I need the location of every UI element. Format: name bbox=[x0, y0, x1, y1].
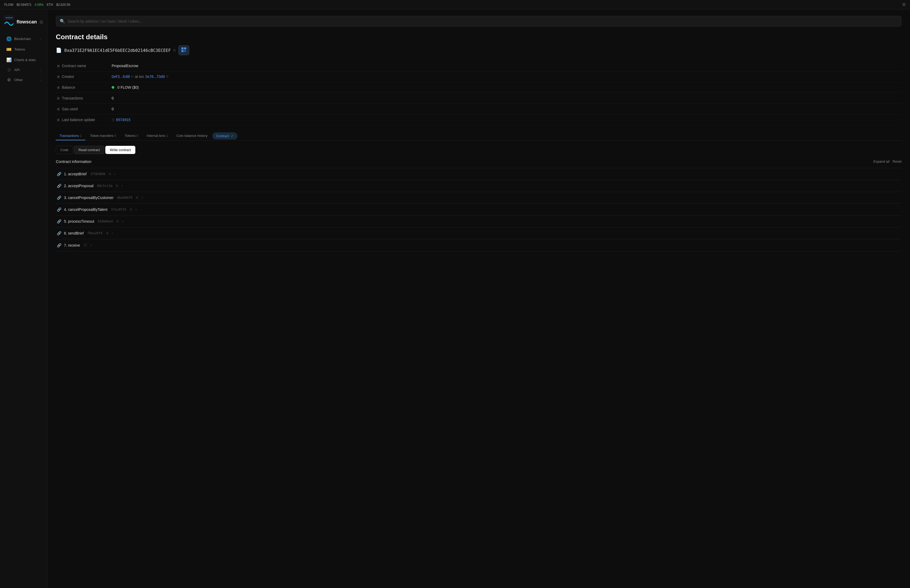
sub-tab-write-contract[interactable]: Write contract bbox=[105, 146, 135, 154]
layout: testnet flowscan ⊞ 🌐 Blockchain › 🎫 Toke… bbox=[0, 10, 910, 588]
contract-info-header: Contract information Expand all Reset bbox=[56, 159, 902, 164]
svg-rect-7 bbox=[185, 50, 186, 51]
func-copy-3[interactable]: ⎘ bbox=[136, 196, 138, 200]
func-info-7: ⓘ bbox=[84, 243, 87, 247]
tab-contract[interactable]: Contract ✓ bbox=[212, 132, 238, 139]
settings-icon[interactable]: ⚙ bbox=[902, 2, 906, 7]
func-name-5: 5. processTimeout bbox=[64, 219, 94, 223]
sidebar-item-blockchain[interactable]: 🌐 Blockchain › bbox=[2, 34, 45, 44]
logo-area: testnet flowscan ⊞ bbox=[0, 14, 47, 34]
func-arrow-3[interactable]: › bbox=[142, 196, 143, 200]
sidebar-item-tokens-label: Tokens bbox=[14, 47, 25, 51]
func-name-6: 6. sendBrief bbox=[64, 231, 84, 235]
tokens-icon: 🎫 bbox=[6, 47, 11, 52]
last-balance-row: ▣ Last balance update ⬡ 6574915 bbox=[56, 115, 902, 125]
func-copy-4[interactable]: ⎘ bbox=[130, 208, 132, 212]
tab-coin-balance[interactable]: Coin balance history bbox=[173, 132, 211, 140]
contract-name-label: ▣ Contract name bbox=[57, 64, 110, 68]
sidebar-item-blockchain-label: Blockchain bbox=[14, 37, 31, 41]
row-icon-balance: ▣ bbox=[57, 86, 60, 89]
last-balance-value: ⬡ 6574915 bbox=[112, 118, 131, 122]
logo-wrapper: testnet bbox=[4, 16, 14, 28]
sidebar-item-api-label: API bbox=[14, 68, 20, 72]
reset-button[interactable]: Reset bbox=[892, 160, 902, 163]
func-arrow-2[interactable]: › bbox=[122, 184, 123, 188]
last-balance-label: ▣ Last balance update bbox=[57, 118, 110, 122]
creator-txn-link[interactable]: 0x78...73d9 bbox=[145, 74, 165, 79]
func-hash-1: 1f503096 bbox=[91, 172, 105, 176]
contract-file-icon: 📄 bbox=[56, 47, 61, 53]
func-link-icon-7: 🔗 bbox=[57, 243, 61, 247]
testnet-badge: testnet bbox=[4, 16, 14, 19]
function-item-1: 🔗 1. acceptBrief 1f503096 ⎘ › bbox=[56, 168, 902, 180]
other-icon: ⚙ bbox=[6, 78, 11, 82]
tab-transactions[interactable]: Transactions 1 bbox=[56, 132, 85, 140]
sidebar-item-other[interactable]: ⚙ Other › bbox=[2, 75, 45, 85]
function-item-2: 🔗 2. acceptProposal 60c5cc3a ⎘ › bbox=[56, 180, 902, 192]
main-content: 🔍 Contract details 📄 0xa371E2F9A1EC41dE5… bbox=[47, 10, 910, 588]
contract-details: ▣ Contract name ProposalEscrow ▣ Creator… bbox=[56, 61, 902, 125]
func-hash-3: 6be066f5 bbox=[117, 196, 133, 200]
transactions-label: ▣ Transactions bbox=[57, 96, 110, 100]
contract-info-title: Contract information bbox=[56, 159, 91, 164]
copy-creator-icon[interactable]: ⎘ bbox=[131, 75, 133, 78]
func-arrow-4[interactable]: › bbox=[136, 208, 137, 212]
contract-name-row: ▣ Contract name ProposalEscrow bbox=[56, 61, 902, 71]
func-name-4: 4. cancelProposalByTalent bbox=[64, 207, 107, 212]
gas-used-label: ▣ Gas used bbox=[57, 107, 110, 111]
top-bar-right: ⚙ bbox=[902, 2, 906, 7]
creator-address-link[interactable]: 0xF2...fc88 bbox=[112, 74, 130, 79]
row-icon-gas: ▣ bbox=[57, 107, 60, 111]
func-link-icon-2: 🔗 bbox=[57, 184, 61, 188]
balance-dot bbox=[112, 86, 114, 89]
gas-used-row: ▣ Gas used 0 bbox=[56, 104, 902, 115]
flow-price: $0.594571 bbox=[16, 3, 32, 6]
sidebar-item-charts[interactable]: 📊 Charts & stats bbox=[2, 55, 45, 65]
other-arrow-icon: › bbox=[40, 78, 41, 82]
svg-rect-8 bbox=[184, 51, 185, 52]
qr-code-button[interactable] bbox=[178, 45, 189, 55]
tab-token-transfers[interactable]: Token transfers 0 bbox=[86, 132, 120, 140]
func-arrow-6[interactable]: › bbox=[112, 231, 113, 235]
func-copy-5[interactable]: ⎘ bbox=[116, 220, 118, 223]
copy-txn-icon[interactable]: ⎘ bbox=[166, 75, 168, 78]
func-arrow-7[interactable]: › bbox=[91, 244, 92, 247]
svg-rect-10 bbox=[185, 51, 185, 51]
gas-used-value: 0 bbox=[112, 107, 114, 111]
balance-row: ▣ Balance 0 FLOW ($0) bbox=[56, 82, 902, 93]
sub-tab-code[interactable]: Code bbox=[56, 146, 73, 154]
expand-all-button[interactable]: Expand all bbox=[873, 160, 889, 163]
creator-value: 0xF2...fc88 ⎘ at txn 0x78...73d9 ⎘ bbox=[112, 74, 168, 79]
sub-tabs: Code Read contract Write contract bbox=[56, 146, 902, 154]
copy-address-icon[interactable]: ⎘ bbox=[173, 48, 176, 52]
func-copy-6[interactable]: ⎘ bbox=[107, 231, 108, 235]
tab-internal-txns[interactable]: Internal txns 1 bbox=[143, 132, 172, 140]
logo-text: flowscan bbox=[16, 19, 37, 25]
eth-label: ETH bbox=[47, 3, 53, 6]
contract-name-value: ProposalEscrow bbox=[112, 64, 138, 68]
search-bar: 🔍 bbox=[56, 16, 902, 27]
func-hash-2: 60c5cc3a bbox=[97, 184, 112, 188]
func-link-icon-3: 🔗 bbox=[57, 195, 61, 200]
func-name-2: 2. acceptProposal bbox=[64, 184, 94, 188]
sidebar-item-other-label: Other bbox=[14, 78, 23, 82]
func-arrow-5[interactable]: › bbox=[122, 220, 123, 223]
sub-tab-read-contract[interactable]: Read contract bbox=[74, 146, 104, 154]
flowscan-logo-icon bbox=[4, 20, 14, 27]
tab-tokens[interactable]: Tokens 0 bbox=[121, 132, 142, 140]
func-name-1: 1. acceptBrief bbox=[64, 172, 87, 176]
function-item-6: 🔗 6. sendBrief f9ea2bf6 ⎘ › bbox=[56, 227, 902, 239]
function-item-5: 🔗 5. processTimeout b19e6ee5 ⎘ › bbox=[56, 215, 902, 227]
block-icon: ⬡ bbox=[112, 118, 115, 122]
sidebar-item-api[interactable]: ⬡ API › bbox=[2, 65, 45, 74]
func-copy-1[interactable]: ⎘ bbox=[109, 172, 111, 176]
func-arrow-1[interactable]: › bbox=[115, 172, 116, 176]
last-balance-link[interactable]: 6574915 bbox=[116, 118, 131, 122]
grid-icon[interactable]: ⊞ bbox=[39, 19, 43, 24]
row-icon-last-balance: ▣ bbox=[57, 118, 60, 121]
search-input[interactable] bbox=[68, 19, 898, 23]
top-bar: FLOW $0.594571 4.59% ETH $2,620.56 ⚙ bbox=[0, 0, 910, 10]
sidebar-item-tokens[interactable]: 🎫 Tokens bbox=[2, 44, 45, 55]
row-icon-name: ▣ bbox=[57, 64, 60, 68]
func-copy-2[interactable]: ⎘ bbox=[116, 184, 118, 188]
